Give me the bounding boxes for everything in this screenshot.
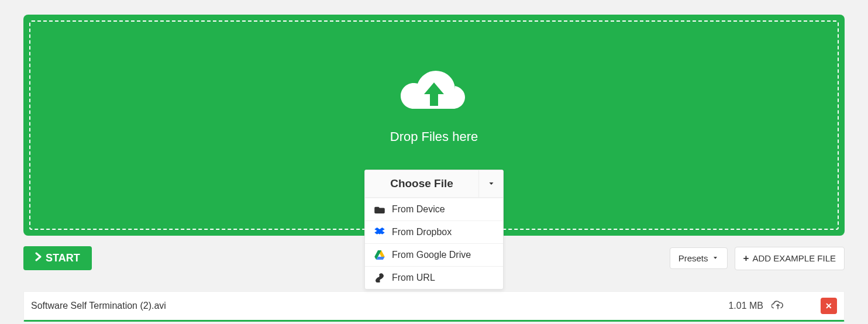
- add-example-label: ADD EXAMPLE FILE: [752, 253, 836, 263]
- source-from-url[interactable]: From URL: [365, 266, 503, 289]
- source-label: From URL: [392, 273, 435, 283]
- file-name: Software Self Termination (2).avi: [31, 301, 728, 311]
- source-label: From Device: [392, 204, 445, 215]
- cloud-upload-icon: [396, 64, 472, 125]
- start-button[interactable]: START: [23, 246, 92, 270]
- plus-icon: +: [743, 253, 749, 264]
- upload-status-icon: [771, 301, 784, 311]
- choose-file-dropdown: Choose File From Device From Dropbox Fro…: [364, 170, 504, 289]
- source-label: From Dropbox: [392, 227, 452, 237]
- dropzone-label: Drop Files here: [390, 129, 478, 144]
- choose-file-button[interactable]: Choose File: [365, 170, 503, 198]
- add-example-file-button[interactable]: + ADD EXAMPLE FILE: [735, 247, 845, 270]
- chevron-right-icon: [35, 252, 42, 264]
- google-drive-icon: [373, 250, 386, 260]
- file-size: 1.01 MB: [728, 301, 763, 311]
- choose-file-label: Choose File: [365, 170, 478, 197]
- source-from-device[interactable]: From Device: [365, 198, 503, 220]
- chevron-down-icon[interactable]: [478, 170, 503, 197]
- source-from-dropbox[interactable]: From Dropbox: [365, 220, 503, 243]
- close-icon: ✕: [825, 301, 832, 311]
- start-label: START: [46, 252, 80, 264]
- source-from-google-drive[interactable]: From Google Drive: [365, 243, 503, 266]
- file-row: Software Self Termination (2).avi 1.01 M…: [23, 291, 845, 322]
- link-icon: [373, 273, 386, 282]
- remove-file-button[interactable]: ✕: [821, 298, 837, 314]
- presets-button[interactable]: Presets: [670, 247, 728, 269]
- source-label: From Google Drive: [392, 250, 471, 260]
- presets-label: Presets: [678, 253, 708, 263]
- folder-icon: [373, 205, 386, 213]
- chevron-down-icon: [712, 253, 719, 263]
- dropbox-icon: [373, 228, 386, 237]
